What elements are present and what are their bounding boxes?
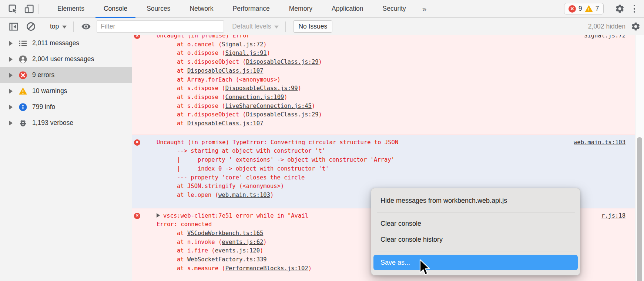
log-levels-dropdown[interactable]: Default levels bbox=[229, 23, 282, 30]
menu-item-save-as[interactable]: Save as... bbox=[373, 255, 578, 270]
error-text: at bbox=[177, 256, 187, 263]
source-file-link[interactable]: events.js:62 bbox=[222, 239, 263, 245]
error-circle-icon: ✕ bbox=[134, 213, 140, 219]
filter-input[interactable] bbox=[97, 20, 224, 33]
disclosure-triangle-icon[interactable] bbox=[9, 89, 13, 94]
scrollbar-track[interactable] bbox=[635, 35, 644, 281]
clear-console-icon[interactable] bbox=[25, 21, 36, 32]
source-file-link[interactable]: VSCodeWorkbench.ts:165 bbox=[187, 230, 263, 237]
source-file-link[interactable]: web.main.ts:103 bbox=[218, 192, 270, 198]
error-text: --> starting at object with constructor … bbox=[177, 148, 325, 154]
disclosure-triangle-icon[interactable] bbox=[9, 105, 13, 110]
error-text: at i.fire ( bbox=[177, 247, 215, 254]
divider bbox=[609, 4, 609, 14]
source-file-link[interactable]: WebSocketFactory.ts:339 bbox=[187, 256, 267, 263]
stack-frame-line: --> starting at object with constructor … bbox=[132, 147, 635, 156]
warning-badge-icon: ! bbox=[585, 5, 593, 12]
menu-item-clear-console[interactable]: Clear console bbox=[373, 216, 578, 232]
stack-frame-line: at o.cancel (Signal.js:72) bbox=[132, 40, 635, 49]
frame-context-label: top bbox=[50, 23, 59, 30]
error-text: at o.dispose ( bbox=[177, 50, 225, 56]
source-file-link[interactable]: DisposableClass.js:107 bbox=[187, 120, 263, 127]
source-file-link[interactable]: Signal.js:91 bbox=[225, 50, 267, 56]
error-text: ) bbox=[284, 94, 287, 100]
stack-frame-line: at DisposableClass.js:107 bbox=[132, 119, 635, 128]
bug-icon bbox=[19, 119, 27, 128]
sidebar-item-9-errors[interactable]: 9 errors bbox=[0, 67, 132, 83]
tab-console[interactable]: Console bbox=[94, 0, 137, 18]
sidebar-item-799-info[interactable]: 799 info bbox=[0, 99, 132, 115]
error-text: at s.dispose ( bbox=[177, 94, 225, 100]
sidebar-item-2-011-messages[interactable]: 2,011 messages bbox=[0, 35, 132, 51]
sidebar-item-10-warnings[interactable]: 10 warnings bbox=[0, 83, 132, 99]
console-settings-gear-icon[interactable] bbox=[630, 21, 641, 32]
source-location-link[interactable]: web.main.ts:103 bbox=[574, 138, 625, 147]
source-location-link[interactable]: r.js:18 bbox=[601, 212, 625, 221]
source-file-link[interactable]: DisposableClass.js:29 bbox=[246, 59, 319, 65]
chevron-down-icon bbox=[274, 26, 279, 29]
error-text: at r.disposeObject ( bbox=[177, 111, 246, 118]
settings-gear-icon[interactable] bbox=[614, 3, 625, 14]
error-text: at s.disposeObject ( bbox=[177, 59, 246, 65]
error-text: | property '_extensions' -> object with … bbox=[177, 156, 395, 163]
error-count: 9 bbox=[578, 5, 582, 13]
disclosure-triangle-icon[interactable] bbox=[9, 57, 13, 62]
error-text: ) bbox=[319, 59, 322, 65]
scrollbar-thumb[interactable] bbox=[637, 137, 642, 281]
error-text: ) bbox=[298, 85, 301, 92]
log-levels-label: Default levels bbox=[232, 23, 271, 30]
error-text: vscs:web-client:7e51 error while in "Ava… bbox=[163, 212, 308, 219]
source-location-link[interactable]: Signal.js:72 bbox=[584, 35, 625, 40]
list-icon bbox=[19, 39, 27, 48]
stack-frame-line: at Array.forEach (<anonymous>) bbox=[132, 76, 635, 85]
expand-triangle-icon[interactable] bbox=[157, 213, 160, 218]
source-file-link[interactable]: DisposableClass.js:107 bbox=[187, 67, 263, 74]
no-issues-button[interactable]: No Issues bbox=[293, 20, 332, 33]
error-text: at JSON.stringify (<anonymous>) bbox=[177, 183, 284, 189]
divider bbox=[579, 22, 579, 32]
tab-sources[interactable]: Sources bbox=[137, 0, 180, 18]
tab-performance[interactable]: Performance bbox=[223, 0, 279, 18]
inspect-element-icon[interactable] bbox=[7, 3, 19, 14]
error-text: ) bbox=[260, 247, 263, 254]
menu-item-clear-console-history[interactable]: Clear console history bbox=[373, 232, 578, 248]
disclosure-triangle-icon[interactable] bbox=[9, 120, 13, 126]
tab-security[interactable]: Security bbox=[373, 0, 416, 18]
issues-badge[interactable]: ✕ 9 ! 7 bbox=[564, 3, 603, 14]
divider bbox=[43, 22, 43, 32]
source-file-link[interactable]: events.js:120 bbox=[215, 247, 260, 254]
tab-network[interactable]: Network bbox=[180, 0, 223, 18]
more-tabs-button[interactable]: » bbox=[416, 4, 433, 13]
source-file-link[interactable]: LiveShareConnection.js:45 bbox=[225, 103, 312, 109]
error-text: ) bbox=[312, 103, 315, 109]
source-file-link[interactable]: Signal.js:72 bbox=[222, 41, 263, 48]
menu-item-hide-messages-from-workbench-web-api-js[interactable]: Hide messages from workbench.web.api.js bbox=[373, 193, 578, 209]
frame-context-selector[interactable]: top bbox=[47, 23, 70, 30]
source-file-link[interactable]: Connection.js:109 bbox=[225, 94, 284, 100]
device-toolbar-icon[interactable] bbox=[24, 3, 35, 14]
divider bbox=[285, 22, 286, 32]
sidebar-item-1-193-verbose[interactable]: 1,193 verbose bbox=[0, 115, 132, 131]
error-text: ) bbox=[308, 265, 312, 272]
error-circle-icon: ✕ bbox=[134, 139, 140, 146]
error-text: ) bbox=[319, 111, 322, 118]
more-options-icon[interactable] bbox=[631, 5, 638, 13]
live-expression-eye-icon[interactable] bbox=[80, 21, 91, 32]
error-text: Error: connected bbox=[157, 221, 212, 228]
error-message-line: Uncaught (in promise) Error bbox=[132, 35, 635, 40]
mouse-cursor bbox=[417, 259, 430, 279]
source-file-link[interactable]: PerformanceBlocks.js:102 bbox=[225, 265, 308, 272]
error-text: at Array.forEach (<anonymous>) bbox=[177, 76, 281, 83]
error-text: at le.open ( bbox=[177, 192, 218, 198]
error-text: at s.dispose ( bbox=[177, 103, 225, 109]
source-file-link[interactable]: DisposableClass.js:29 bbox=[246, 111, 319, 118]
tab-elements[interactable]: Elements bbox=[48, 0, 94, 18]
sidebar-item-2-004-user-messages[interactable]: 2,004 user messages bbox=[0, 51, 132, 67]
tab-memory[interactable]: Memory bbox=[279, 0, 322, 18]
disclosure-triangle-icon[interactable] bbox=[9, 73, 13, 78]
disclosure-triangle-icon[interactable] bbox=[9, 41, 13, 46]
sidebar-toggle-icon[interactable] bbox=[8, 21, 19, 32]
devtools-tabbar: ElementsConsoleSourcesNetworkPerformance… bbox=[0, 0, 644, 18]
tab-application[interactable]: Application bbox=[322, 0, 373, 18]
source-file-link[interactable]: DisposableClass.js:99 bbox=[225, 85, 298, 92]
